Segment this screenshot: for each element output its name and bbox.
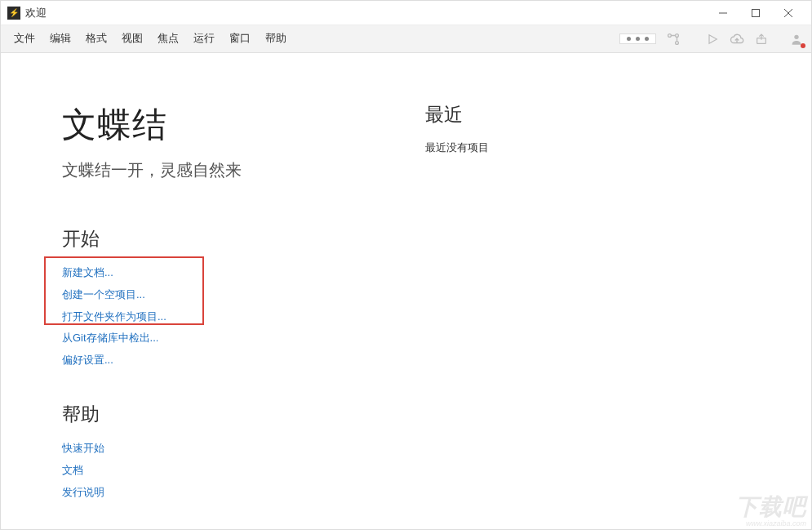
menu-help[interactable]: 帮助	[260, 29, 291, 49]
minimize-button[interactable]	[707, 2, 739, 24]
menu-format[interactable]: 格式	[81, 29, 112, 49]
app-icon: ⚡	[7, 7, 20, 20]
avatar-icon[interactable]	[790, 33, 803, 46]
link-new-document[interactable]: 新建文档...	[62, 265, 421, 282]
watermark-main: 下载吧	[735, 494, 806, 519]
menu-run[interactable]: 运行	[189, 29, 220, 49]
menu-edit[interactable]: 编辑	[45, 29, 76, 49]
link-preferences[interactable]: 偏好设置...	[62, 352, 421, 369]
start-section: 开始 新建文档... 创建一个空项目... 打开文件夹作为项目... 从Git存…	[62, 226, 421, 369]
welcome-area: 文蝶结 文蝶结一开，灵感自然来 开始 新建文档... 创建一个空项目... 打开…	[1, 53, 811, 501]
alert-indicator	[801, 43, 805, 48]
menubar: 文件 编辑 格式 视图 焦点 运行 窗口 帮助	[1, 25, 811, 53]
window-title: 欢迎	[25, 6, 707, 20]
recent-header: 最近	[425, 102, 489, 127]
share-icon[interactable]	[754, 32, 769, 47]
svg-point-5	[676, 33, 679, 37]
watermark-sub: www.xiazaiba.com	[735, 519, 806, 528]
left-column: 文蝶结 文蝶结一开，灵感自然来 开始 新建文档... 创建一个空项目... 打开…	[62, 102, 421, 501]
link-open-folder-as-project[interactable]: 打开文件夹作为项目...	[62, 309, 421, 326]
window-controls	[707, 2, 805, 24]
svg-point-9	[794, 34, 798, 38]
menu-focus[interactable]: 焦点	[153, 29, 184, 49]
svg-marker-7	[709, 34, 717, 43]
menu-window[interactable]: 窗口	[224, 29, 255, 49]
play-icon[interactable]	[705, 32, 720, 47]
close-button[interactable]	[772, 2, 805, 24]
app-subtitle: 文蝶结一开，灵感自然来	[62, 159, 421, 181]
menu-file[interactable]: 文件	[9, 29, 40, 49]
help-links: 快速开始 文档 发行说明	[62, 440, 421, 501]
dots-button[interactable]	[619, 33, 656, 44]
maximize-button[interactable]	[739, 2, 772, 24]
start-links: 新建文档... 创建一个空项目... 打开文件夹作为项目... 从Git存储库中…	[62, 265, 421, 369]
branch-icon[interactable]	[666, 32, 681, 47]
svg-rect-1	[752, 9, 760, 16]
svg-point-4	[668, 33, 672, 37]
link-docs[interactable]: 文档	[62, 462, 421, 479]
help-header: 帮助	[62, 402, 421, 427]
help-section: 帮助 快速开始 文档 发行说明	[62, 402, 421, 501]
link-quick-start[interactable]: 快速开始	[62, 440, 421, 457]
svg-point-6	[676, 41, 679, 44]
cloud-upload-icon[interactable]	[730, 32, 744, 47]
start-header: 开始	[62, 226, 421, 252]
app-title: 文蝶结	[62, 102, 421, 148]
link-create-empty-project[interactable]: 创建一个空项目...	[62, 287, 421, 304]
menu-items: 文件 编辑 格式 视图 焦点 运行 窗口 帮助	[9, 29, 291, 49]
link-release-notes[interactable]: 发行说明	[62, 484, 421, 501]
link-checkout-from-git[interactable]: 从Git存储库中检出...	[62, 330, 421, 347]
titlebar: ⚡ 欢迎	[1, 1, 811, 25]
right-column: 最近 最近没有项目	[421, 102, 489, 501]
menu-view[interactable]: 视图	[117, 29, 148, 49]
toolbar-right	[619, 32, 803, 47]
watermark: 下载吧 www.xiazaiba.com	[735, 492, 806, 528]
recent-empty-text: 最近没有项目	[425, 140, 489, 155]
